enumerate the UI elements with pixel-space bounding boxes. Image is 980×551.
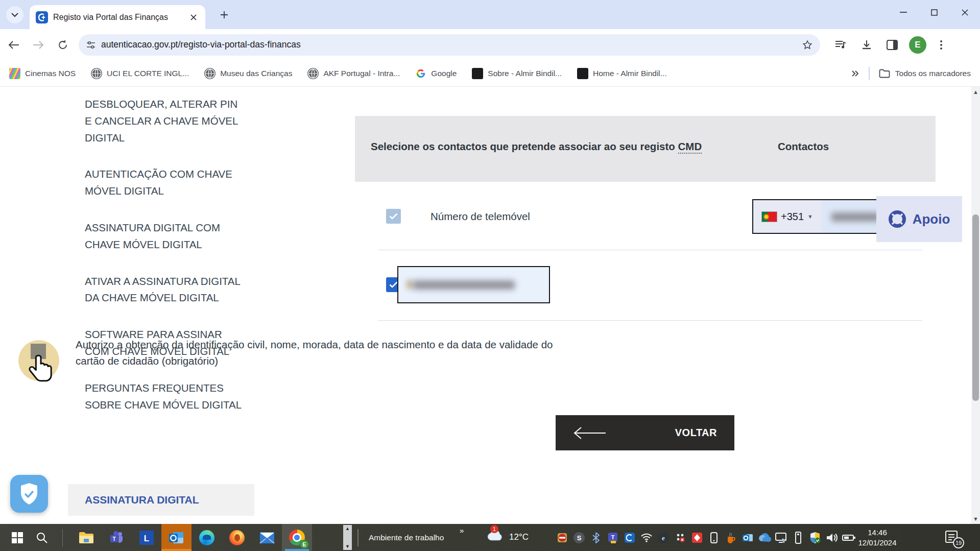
globe-favicon (204, 68, 216, 79)
media-queue-icon[interactable] (830, 34, 852, 56)
url-bar[interactable]: autenticacao.gov.pt/registo-via-portal-d… (79, 34, 820, 56)
apoio-label: Apoio (913, 211, 950, 227)
phone-checkbox[interactable] (386, 209, 401, 224)
page-content: DESBLOQUEAR, ALTERAR PIN E CANCELAR A CH… (0, 87, 980, 524)
clock-time: 14:46 (842, 528, 913, 538)
svg-text:T: T (112, 536, 115, 541)
firefox-button[interactable] (222, 524, 252, 551)
browser-tab[interactable]: Registo via Portal das Finanças (30, 5, 205, 29)
folder-icon[interactable] (879, 69, 890, 78)
voltar-label: VOLTAR (675, 427, 717, 439)
bookmark-akf[interactable]: AKF Portugal - Intra... (307, 68, 400, 79)
taskbar-apps: T L E (5, 524, 312, 551)
desktop-screen: Registo via Portal das Finanças (0, 0, 980, 551)
maximize-button[interactable] (919, 0, 949, 25)
mail-button[interactable] (252, 524, 282, 551)
kebab-menu-icon[interactable] (930, 34, 952, 56)
site-favicon-dark (577, 68, 588, 79)
taskbar-separator (62, 529, 63, 546)
sidebar-item-assinatura-digital-active[interactable]: ASSINATURA DIGITAL (68, 484, 254, 516)
java-icon[interactable] (724, 531, 737, 544)
search-icon[interactable] (30, 524, 54, 551)
skype-icon[interactable]: S (572, 531, 586, 544)
all-bookmarks-label[interactable]: Todos os marcadores (895, 69, 971, 78)
bookmark-museu[interactable]: Museu das Crianças (204, 68, 292, 79)
desktop-toolbar-label[interactable]: Ambiente de trabalho (369, 533, 444, 542)
notification-center-button[interactable]: 19 (944, 529, 961, 546)
chrome-button[interactable]: E (282, 524, 312, 551)
side-panel-icon[interactable] (881, 34, 903, 56)
eset-icon[interactable]: e (657, 531, 670, 544)
back-icon[interactable] (3, 34, 25, 56)
scroll-up-icon[interactable]: ▲ (971, 87, 980, 97)
site-controls-icon[interactable] (86, 40, 96, 50)
tab-close-icon[interactable] (188, 12, 199, 23)
cinemas-nos-favicon (9, 68, 20, 79)
sidebar-item-ativar-assinatura[interactable]: ATIVAR A ASSINATURA DIGITAL DA CHAVE MÓV… (85, 273, 244, 307)
close-button[interactable] (949, 0, 980, 25)
sidebar-item-assinatura-com-cmd[interactable]: ASSINATURA DIGITAL COM CHAVE MÓVEL DIGIT… (85, 220, 244, 253)
teams-tray-icon[interactable]: T (606, 531, 619, 544)
taskbar-clock[interactable]: 14:46 12/01/2024 (842, 528, 913, 548)
sidebar-item-autenticacao[interactable]: AUTENTICAÇÃO COM CHAVE MÓVEL DIGITAL (85, 166, 244, 200)
page-scrollbar[interactable]: ▲ ▼ (971, 87, 980, 524)
email-input[interactable] (397, 266, 550, 303)
usb-device-icon[interactable] (792, 531, 805, 544)
country-code-select[interactable]: +351 ▼ (753, 200, 821, 233)
file-explorer-button[interactable] (71, 524, 101, 551)
privacy-shield-fab[interactable] (10, 475, 48, 513)
weather-alert-badge: 1 (490, 525, 498, 533)
bookmark-cinemas-nos[interactable]: Cinemas NOS (9, 68, 76, 79)
row-divider (378, 320, 922, 321)
hand-cursor-icon (29, 354, 55, 386)
forward-icon[interactable] (28, 34, 49, 56)
bookmarks-bar: Cinemas NOS UCI EL CORTE INGL... Museu d… (0, 60, 980, 87)
bookmarks-overflow-icon[interactable] (851, 70, 859, 77)
apoio-button[interactable]: Apoio (876, 196, 962, 242)
stop-sign-icon[interactable] (556, 531, 569, 544)
teams-button[interactable]: T (101, 524, 131, 551)
outlook-button[interactable] (161, 524, 192, 551)
edge-button[interactable] (192, 524, 222, 551)
scroll-down-icon[interactable]: ▼ (971, 514, 980, 524)
onedrive-icon[interactable] (758, 531, 771, 544)
new-tab-icon[interactable] (217, 7, 232, 22)
redacted-email-start (408, 280, 412, 289)
browser-toolbar: autenticacao.gov.pt/registo-via-portal-d… (0, 29, 980, 60)
toolbar-overflow-icon[interactable]: » (460, 526, 464, 535)
volume-icon[interactable] (825, 531, 839, 544)
voltar-button[interactable]: VOLTAR (556, 415, 734, 450)
sidebar-item-perguntas[interactable]: PERGUNTAS FREQUENTES SOBRE CHAVE MÓVEL D… (85, 380, 244, 414)
taskbar-toolbar-scroll[interactable]: ▲ ▼ (343, 525, 352, 550)
sidebar-item-desbloquear[interactable]: DESBLOQUEAR, ALTERAR PIN E CANCELAR A CH… (85, 96, 244, 146)
bookmark-star-icon[interactable] (802, 39, 813, 51)
bookmark-google[interactable]: Google (415, 68, 457, 79)
phone-row-label: Número de telemóvel (431, 210, 530, 223)
security-shield-icon[interactable] (808, 531, 822, 544)
bookmark-sobre-almir[interactable]: Sobre - Almir Bindil... (472, 68, 562, 79)
start-button[interactable] (5, 524, 30, 551)
reload-icon[interactable] (52, 34, 74, 56)
scrollbar-thumb[interactable] (972, 214, 979, 401)
download-icon[interactable] (856, 34, 877, 56)
bluetooth-icon[interactable] (589, 531, 603, 544)
chevron-down-icon: ▼ (807, 213, 813, 220)
phone-app-icon[interactable] (623, 531, 636, 544)
profile-avatar[interactable]: E (909, 36, 926, 54)
bookmark-home-almir[interactable]: Home - Almir Bindil... (577, 68, 667, 79)
bookmark-uci[interactable]: UCI EL CORTE INGL... (91, 68, 189, 79)
scroll-up-icon[interactable]: ▲ (345, 526, 350, 531)
contacts-header: Selecione os contactos que pretende asso… (355, 116, 936, 182)
tab-search-icon[interactable] (6, 6, 23, 23)
globe-favicon (307, 68, 319, 79)
red-app-icon[interactable] (690, 531, 704, 544)
wifi-icon[interactable] (640, 531, 653, 544)
scroll-down-icon[interactable]: ▼ (345, 544, 350, 549)
minimize-button[interactable] (888, 0, 919, 25)
phone-link-icon[interactable] (707, 531, 721, 544)
remote-desktop-icon[interactable] (775, 531, 788, 544)
l-app-button[interactable]: L (131, 524, 161, 551)
weather-widget[interactable]: 1 12°C (486, 527, 529, 542)
sync-error-icon[interactable] (674, 531, 687, 544)
outlook-tray-icon[interactable] (741, 531, 754, 544)
